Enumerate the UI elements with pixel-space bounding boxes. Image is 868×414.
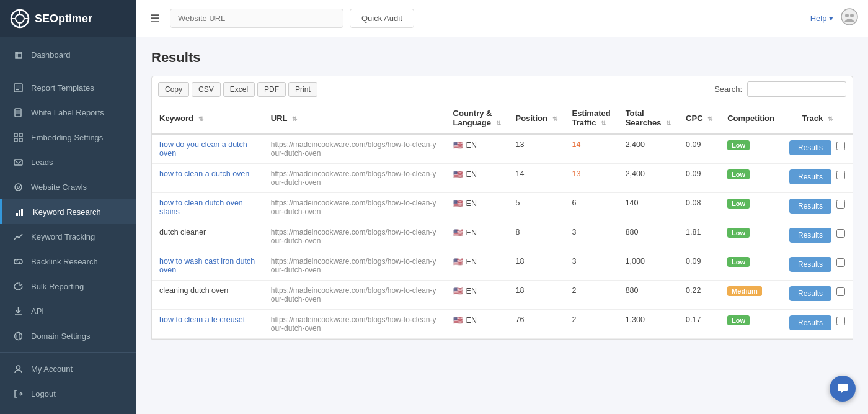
language-text: EN	[466, 287, 477, 295]
copy-button[interactable]: Copy	[158, 82, 189, 97]
keyword-link[interactable]: how to clean a dutch oven	[159, 169, 249, 178]
results-button[interactable]: Results	[789, 315, 831, 330]
track-checkbox[interactable]	[836, 258, 845, 267]
user-icon-button[interactable]	[841, 8, 858, 29]
svg-line-23	[14, 236, 17, 240]
cell-position: 76	[508, 310, 565, 339]
competition-badge: Low	[727, 228, 750, 238]
col-track[interactable]: Track ⇅	[782, 102, 852, 134]
results-button[interactable]: Results	[789, 286, 831, 301]
csv-button[interactable]: CSV	[192, 82, 221, 97]
keyword-link[interactable]: how do you clean a dutch oven	[159, 140, 247, 158]
keyword-link[interactable]: how to clean a le creuset	[159, 315, 245, 324]
flag-icon: 🇺🇸	[453, 169, 463, 179]
track-checkbox[interactable]	[836, 229, 845, 238]
competition-badge: Low	[727, 169, 750, 179]
track-checkbox[interactable]	[836, 317, 845, 325]
topbar: ☰ Quick Audit Help ▾	[136, 0, 868, 37]
col-position[interactable]: Position ⇅	[508, 102, 565, 134]
col-cpc[interactable]: CPC ⇅	[678, 102, 720, 134]
sidebar-item-keyword-tracking[interactable]: Keyword Tracking	[0, 224, 136, 249]
results-button[interactable]: Results	[789, 257, 831, 272]
cell-keyword: cleaning dutch oven	[152, 281, 264, 310]
track-checkbox[interactable]	[836, 287, 845, 296]
sidebar-item-backlink-research[interactable]: Backlink Research	[0, 249, 136, 274]
flag-language: 🇺🇸EN	[453, 257, 501, 266]
col-country-language[interactable]: Country &Language ⇅	[446, 102, 508, 134]
col-competition[interactable]: Competition	[720, 102, 782, 134]
sidebar-item-label: Leads	[31, 158, 53, 167]
sidebar-item-api[interactable]: API	[0, 299, 136, 323]
website-crawls-icon	[12, 181, 24, 192]
svg-point-18	[15, 184, 22, 191]
language-text: EN	[466, 141, 477, 150]
track-checkbox[interactable]	[836, 171, 845, 179]
url-text: https://madeincookware.com/blogs/how-to-…	[271, 199, 436, 216]
cell-cpc: 0.17	[678, 310, 720, 339]
table-toolbar: Copy CSV Excel PDF Print Search:	[152, 76, 852, 102]
sidebar-item-domain-settings[interactable]: Domain Settings	[0, 323, 136, 348]
track-checkbox[interactable]	[836, 200, 845, 209]
track-checkbox[interactable]	[836, 142, 845, 150]
language-text: EN	[466, 228, 477, 237]
sort-icon-searches: ⇅	[666, 120, 671, 127]
table-row: cleaning dutch ovenhttps://madeincookwar…	[152, 281, 852, 310]
col-keyword[interactable]: Keyword ⇅	[152, 102, 264, 134]
chat-bubble-button[interactable]	[830, 376, 856, 402]
competition-badge: Low	[727, 315, 750, 325]
table-row: dutch cleanerhttps://madeincookware.com/…	[152, 222, 852, 251]
cell-url: https://madeincookware.com/blogs/how-to-…	[264, 251, 446, 281]
search-input[interactable]	[747, 81, 846, 97]
sidebar-item-embedding-settings[interactable]: Embedding Settings	[0, 125, 136, 150]
sidebar-item-logout[interactable]: Logout	[0, 381, 136, 406]
cell-cpc: 0.09	[678, 164, 720, 193]
results-button[interactable]: Results	[789, 140, 831, 155]
svg-rect-13	[14, 133, 17, 137]
cell-position: 18	[508, 281, 565, 310]
col-estimated-traffic[interactable]: EstimatedTraffic ⇅	[565, 102, 618, 134]
logo-text: SEOptimer	[35, 12, 92, 25]
sidebar-item-label: Backlink Research	[31, 257, 98, 266]
sidebar-item-keyword-research[interactable]: Keyword Research	[0, 199, 136, 224]
svg-rect-20	[16, 213, 18, 216]
sidebar-item-bulk-reporting[interactable]: Bulk Reporting	[0, 274, 136, 299]
cell-cpc: 0.09	[678, 251, 720, 281]
cell-track: Results	[782, 193, 852, 222]
sidebar-item-label: Bulk Reporting	[31, 282, 84, 291]
help-button[interactable]: Help ▾	[810, 14, 833, 23]
cell-total-searches: 880	[618, 222, 678, 251]
sidebar-item-website-crawls[interactable]: Website Crawls	[0, 174, 136, 199]
sidebar-item-dashboard[interactable]: ▦ Dashboard	[0, 42, 136, 67]
nav-divider-1	[0, 71, 136, 71]
url-text: https://madeincookware.com/blogs/how-to-…	[271, 315, 436, 333]
svg-rect-15	[14, 138, 17, 142]
flag-icon: 🇺🇸	[453, 257, 463, 266]
sidebar-item-white-label-reports[interactable]: White Label Reports	[0, 100, 136, 125]
hamburger-button[interactable]: ☰	[146, 8, 164, 29]
quick-audit-button[interactable]: Quick Audit	[350, 9, 414, 28]
excel-button[interactable]: Excel	[223, 82, 255, 97]
results-button[interactable]: Results	[789, 169, 831, 184]
pdf-button[interactable]: PDF	[257, 82, 286, 97]
svg-rect-16	[19, 138, 22, 142]
sidebar-item-my-account[interactable]: My Account	[0, 356, 136, 381]
keyword-link[interactable]: how to clean dutch oven stains	[159, 199, 243, 216]
competition-badge: Low	[727, 199, 750, 209]
col-total-searches[interactable]: TotalSearches ⇅	[618, 102, 678, 134]
cell-country-language: 🇺🇸EN	[446, 281, 508, 310]
sidebar-item-label: Embedding Settings	[31, 133, 103, 142]
results-button[interactable]: Results	[789, 228, 831, 243]
print-button[interactable]: Print	[288, 82, 317, 97]
sidebar-item-label: Domain Settings	[31, 331, 90, 341]
white-label-reports-icon	[12, 107, 24, 118]
sidebar-item-report-templates[interactable]: Report Templates	[0, 75, 136, 100]
sidebar-item-leads[interactable]: Leads	[0, 150, 136, 174]
results-button[interactable]: Results	[789, 199, 831, 214]
url-text: https://madeincookware.com/blogs/how-to-…	[271, 169, 436, 187]
cell-competition: Low	[720, 164, 782, 193]
website-url-input[interactable]	[170, 9, 343, 28]
cell-track: Results	[782, 281, 852, 310]
sidebar-item-label: Website Crawls	[31, 182, 87, 192]
col-url[interactable]: URL ⇅	[264, 102, 446, 134]
keyword-link[interactable]: how to wash cast iron dutch oven	[159, 257, 255, 274]
